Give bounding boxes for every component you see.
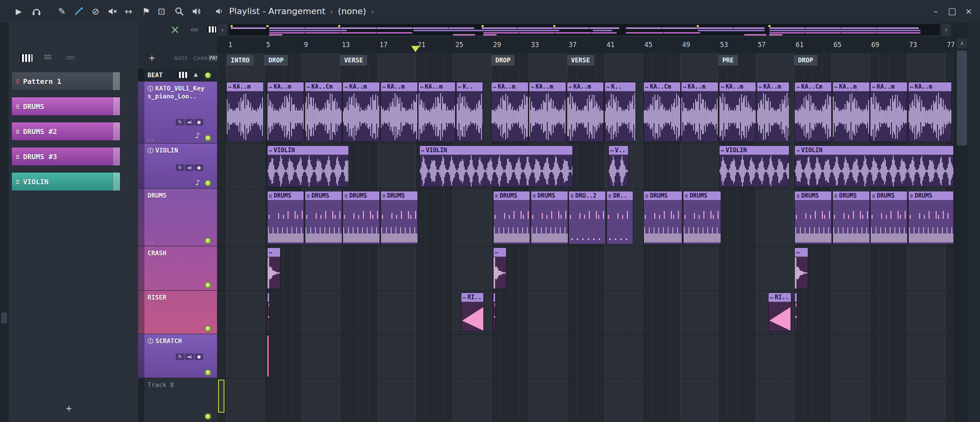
arrangement-name[interactable]: (none) — [338, 6, 366, 16]
speaker-button[interactable]: ◄) — [185, 164, 194, 171]
dot-button[interactable]: ● — [195, 353, 203, 360]
violin-clip[interactable]: ↦V.. — [608, 146, 629, 187]
scratch-clip[interactable] — [267, 336, 269, 377]
channel-info-icon[interactable]: ⓘ — [148, 85, 153, 92]
beat-clip[interactable]: ↦KA..m — [342, 82, 380, 142]
track-led[interactable] — [205, 238, 211, 244]
riser-clip[interactable]: ↦ — [493, 293, 496, 332]
violin-clip[interactable]: ↦VIOLIN — [719, 146, 789, 187]
channel-info-icon[interactable]: ⓘ — [148, 147, 153, 154]
beat-clip[interactable]: ↦KA..m — [267, 82, 304, 142]
crash-clip[interactable]: ↦ — [267, 247, 281, 289]
pattern-item[interactable]: ≡DRUMS #2 — [11, 122, 120, 141]
preview-speaker-icon[interactable] — [191, 6, 202, 16]
riser-clip[interactable]: ↦RI.. — [768, 293, 791, 332]
arrangement-marker[interactable]: VERSE — [567, 55, 594, 66]
close-button[interactable]: × — [961, 0, 976, 22]
drums-clip[interactable]: ≡DRUMS — [305, 191, 342, 244]
beat-clip[interactable]: ↦KA..Cm — [643, 82, 681, 142]
drums-clip[interactable]: ≡DRUMS — [870, 191, 907, 244]
riser-clip[interactable]: ↦ — [267, 293, 270, 332]
arrangement-marker[interactable]: VERSE — [340, 55, 367, 66]
track-header-crash[interactable]: CRASH — [138, 246, 217, 291]
drums-clip[interactable]: ≡DRUMS — [342, 191, 380, 244]
arrangement-marker[interactable]: INTRO — [226, 55, 254, 66]
beat-clip[interactable]: ↦KA..m — [418, 82, 455, 142]
stretch-tool-icon[interactable]: ↔ — [125, 7, 132, 16]
speaker-button[interactable]: ◄) — [185, 353, 194, 360]
vertical-scrollbar[interactable]: ∧ — [954, 22, 969, 422]
track-led[interactable] — [205, 72, 211, 78]
track-led[interactable] — [205, 135, 211, 141]
scroll-left-button[interactable]: ‹ — [218, 24, 227, 36]
beat-clip[interactable]: ↦KA..m — [226, 82, 264, 142]
timeline-ruler[interactable]: 1591317212529333741454953576165697377 — [217, 37, 954, 53]
pattern-item[interactable]: ≡VIOLIN — [11, 172, 120, 191]
loop-button[interactable]: ↻ — [176, 353, 184, 360]
beat-clip[interactable]: ↦KA..m — [681, 82, 718, 142]
track-header-beat[interactable]: BEAT▲ — [138, 69, 217, 82]
beat-clip[interactable]: ↦KA..m — [567, 82, 604, 142]
minimize-button[interactable]: – — [928, 0, 943, 22]
track-header-kato[interactable]: ⓘKATO_VOL1_Keys_piano_Loo..↻◄)●♪... — [138, 82, 217, 144]
pattern-item[interactable]: ≡DRUMS — [11, 97, 120, 116]
dot-button[interactable]: ● — [195, 119, 203, 126]
dot-button[interactable]: ● — [195, 164, 203, 171]
track-header-riser[interactable]: RISER — [138, 291, 217, 334]
piano-roll-icon[interactable] — [20, 54, 33, 62]
add-track-button[interactable]: + — [148, 53, 155, 63]
drums-clip[interactable]: ≡DRUMS — [908, 191, 954, 244]
arrangement-marker[interactable]: PRE — [718, 55, 738, 66]
chain-icon[interactable] — [191, 26, 199, 34]
beat-clip[interactable]: ↦KA..m — [719, 82, 756, 142]
beat-clip[interactable]: ↦KA..m — [870, 82, 907, 142]
mute-tool-icon[interactable]: ⊘ — [92, 7, 99, 16]
scroll-up-button[interactable]: ∧ — [956, 38, 967, 48]
empty-clip-selection[interactable] — [218, 380, 224, 413]
drums-clip[interactable]: ≡DRUMS — [794, 191, 832, 244]
arrangement-marker[interactable]: DROP — [794, 55, 818, 66]
beat-clip[interactable]: ↦KA..m — [757, 82, 789, 142]
track-led[interactable] — [205, 326, 211, 332]
beat-clip[interactable]: ↦KA..m — [381, 82, 418, 142]
pattern-item[interactable]: ≡DRUMS #3 — [11, 147, 120, 166]
scrollbar-thumb[interactable] — [957, 51, 967, 146]
drums-clip[interactable]: ≡DRUMS — [643, 191, 683, 244]
song-overview[interactable] — [228, 24, 941, 36]
headphones-icon[interactable] — [31, 6, 42, 16]
beat-clip[interactable]: ↦K.. — [605, 82, 636, 142]
arrangement-marker[interactable]: DROP — [491, 55, 515, 66]
crash-clip[interactable]: ↦ — [493, 247, 507, 289]
panel-handle[interactable] — [1, 313, 7, 324]
beat-clip[interactable]: ↦KA..m — [491, 82, 528, 142]
violin-clip[interactable]: ↦VIOLIN — [419, 146, 573, 187]
track-led[interactable] — [205, 282, 211, 288]
playhead-marker[interactable] — [411, 46, 420, 52]
beat-clip[interactable]: ↦KA..m — [908, 82, 952, 142]
drums-clip[interactable]: ≡DRUMS — [531, 191, 568, 244]
playlist-grid[interactable]: ↦KA..m↦KA..m↦KA..Cm↦KA..m↦KA..m↦KA..m↦K.… — [217, 69, 954, 422]
loop-button[interactable]: ↻ — [176, 164, 184, 171]
resize-grip[interactable]: ... — [147, 238, 154, 244]
pattern-item[interactable]: ≡Pattern 1 — [11, 72, 120, 91]
maximize-button[interactable]: □ — [945, 0, 960, 22]
channel-rack-icon[interactable] — [43, 53, 53, 62]
link-icon[interactable] — [66, 53, 75, 62]
beat-clip[interactable]: ↦K.. — [456, 82, 483, 142]
drums-clip[interactable]: ≡DRUMS — [832, 191, 870, 244]
performance-mode-icon[interactable] — [171, 26, 179, 34]
violin-clip[interactable]: ↦VIOLIN — [267, 146, 349, 187]
crash-clip[interactable]: ↦ — [794, 247, 808, 289]
drums-clip[interactable]: ≡DRUMS — [493, 191, 530, 244]
scroll-right-button[interactable]: › — [942, 24, 951, 36]
resize-grip[interactable]: ... — [147, 135, 154, 142]
play-icon[interactable]: ▶ — [16, 7, 22, 15]
riser-clip[interactable]: ↦RI.. — [461, 293, 484, 332]
track-led[interactable] — [205, 369, 211, 376]
flag-tool-icon[interactable]: ⚑ — [142, 7, 150, 16]
beat-clip[interactable]: ↦KA..m — [529, 82, 566, 142]
beat-clip[interactable]: ↦KA..m — [832, 82, 870, 142]
violin-clip[interactable]: ↦VIOLIN — [794, 146, 954, 187]
paint-tool-icon[interactable] — [74, 6, 84, 16]
drums-clip[interactable]: ≡DR.. — [607, 191, 633, 244]
